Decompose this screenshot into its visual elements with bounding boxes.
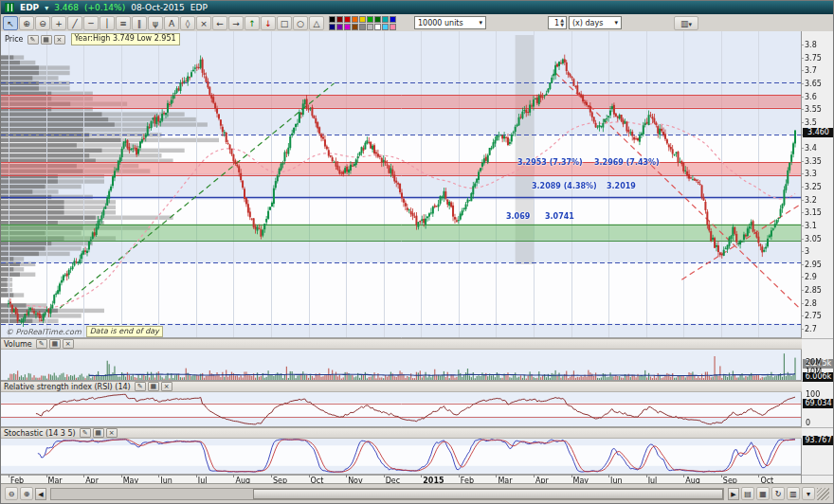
channel-icon[interactable]: ∥ — [132, 16, 147, 30]
period-input[interactable]: 1 ▲▼ — [548, 16, 567, 29]
palette-color-swatch[interactable] — [374, 16, 381, 23]
ellipse-icon[interactable]: ○ — [293, 16, 308, 30]
scroll-right-button[interactable]: ▶ — [728, 488, 739, 500]
caret-down-icon: ▾ — [689, 21, 693, 28]
palette-color-swatch[interactable] — [344, 24, 351, 30]
titlebar: EDP ▾ 3.468 (+0.14%) 08-Oct-2015 EDP — [1, 1, 833, 14]
fibonacci-icon[interactable]: ≡ — [116, 16, 131, 30]
zoom-out-icon[interactable]: ⊖ — [5, 487, 18, 500]
palette-color-swatch[interactable] — [329, 24, 335, 30]
chart-type-button[interactable]: ▥▾ — [674, 16, 698, 30]
arrow-down-icon[interactable]: ↓ — [261, 16, 276, 30]
vertical-line-icon[interactable]: │ — [100, 16, 115, 30]
resize-grip[interactable] — [817, 488, 829, 500]
symbol-name[interactable]: EDP — [20, 3, 39, 12]
zoom-in-icon[interactable]: ⊕ — [20, 487, 33, 500]
eraser-icon[interactable]: ◊ — [180, 16, 195, 30]
caret-down-icon: ▾ — [614, 19, 618, 27]
palette-color-swatch[interactable] — [367, 24, 373, 30]
scroll-left-button[interactable]: ◀ — [35, 488, 46, 500]
statusbar: ⊖⊕ ◀ ▶ ▤▦↻▥▾ — [1, 483, 833, 503]
cursor-icon[interactable]: ↖ — [3, 16, 18, 30]
palette-color-swatch[interactable] — [390, 16, 396, 23]
price-change: (+0.14%) — [84, 3, 125, 12]
scrollbar-thumb[interactable] — [253, 489, 723, 499]
palette-color-swatch[interactable] — [382, 24, 389, 30]
zoom-out-icon[interactable]: ⊖ — [35, 16, 50, 30]
last-price: 3.468 — [54, 3, 79, 12]
palette-color-swatch[interactable] — [367, 16, 373, 23]
period-value: 1 — [554, 19, 559, 27]
palette-color-swatch[interactable] — [336, 16, 343, 23]
text-icon[interactable]: A — [164, 16, 179, 30]
palette-color-swatch[interactable] — [352, 16, 358, 23]
timeframe-value: (x) days — [572, 19, 603, 27]
chart-type-icon: ▥ — [680, 19, 689, 28]
period-stepper[interactable]: ▲▼ — [560, 18, 564, 27]
trend-line-icon[interactable]: ╱ — [67, 16, 82, 30]
delete-all-icon[interactable]: × — [196, 16, 211, 30]
units-value: 10000 units — [418, 19, 463, 27]
color-palette — [329, 16, 396, 30]
refresh-icon[interactable]: ↻ — [771, 487, 785, 500]
palette-color-swatch[interactable] — [336, 24, 343, 30]
palette-color-swatch[interactable] — [352, 24, 358, 30]
layout-icon[interactable]: ▥ — [787, 487, 800, 500]
more-icon[interactable]: ▾ — [802, 487, 815, 500]
quote-date: 08-Oct-2015 — [131, 3, 185, 12]
palette-color-swatch[interactable] — [390, 24, 396, 30]
undo-icon[interactable]: ← — [212, 16, 227, 30]
redo-icon[interactable]: → — [228, 16, 244, 30]
grid-view-icon[interactable]: ▦ — [756, 487, 770, 500]
app-icon — [5, 3, 14, 12]
arrow-up-icon[interactable]: ↑ — [245, 16, 260, 30]
palette-color-swatch[interactable] — [359, 16, 366, 23]
horizontal-line-icon[interactable]: ─ — [83, 16, 99, 30]
statusbar-left-icons: ⊖⊕ — [5, 487, 33, 500]
timeframe-select[interactable]: (x) days ▾ — [569, 16, 622, 29]
rectangle-icon[interactable]: □ — [277, 16, 292, 30]
palette-color-swatch[interactable] — [382, 16, 389, 23]
pitchfork-icon[interactable]: ψ — [148, 16, 163, 30]
drawing-toolbar: ↖⊕⊖+╱─│≡∥ψA◊×←→↑↓□○△ 10000 units ▾ 1 ▲▼ … — [1, 14, 833, 32]
caret-down-icon: ▾ — [479, 19, 482, 27]
chart-area: Price ✎▦× Year:High 3.749 Low 2.951 © Pr… — [1, 31, 834, 486]
instrument-name: EDP — [190, 3, 208, 12]
zoom-in-icon[interactable]: ⊕ — [19, 16, 34, 30]
time-scrollbar[interactable] — [50, 488, 724, 500]
symbol-dropdown-icon[interactable]: ▾ — [45, 4, 48, 12]
palette-color-swatch[interactable] — [329, 16, 335, 23]
palette-color-swatch[interactable] — [374, 24, 381, 30]
trading-app-window: EDP ▾ 3.468 (+0.14%) 08-Oct-2015 EDP ↖⊕⊖… — [0, 0, 834, 504]
triangle-icon[interactable]: △ — [309, 16, 324, 30]
statusbar-right-icons: ▤▦↻▥▾ — [741, 487, 815, 500]
list-view-icon[interactable]: ▤ — [741, 487, 754, 500]
palette-color-swatch[interactable] — [344, 16, 351, 23]
chart-canvas[interactable] — [1, 31, 834, 486]
units-select[interactable]: 10000 units ▾ — [414, 16, 486, 29]
palette-color-swatch[interactable] — [359, 24, 366, 30]
crosshair-icon[interactable]: + — [51, 16, 66, 30]
toolbar-tools: ↖⊕⊖+╱─│≡∥ψA◊×←→↑↓□○△ — [3, 16, 324, 30]
period-group: 1 ▲▼ (x) days ▾ — [548, 16, 622, 29]
